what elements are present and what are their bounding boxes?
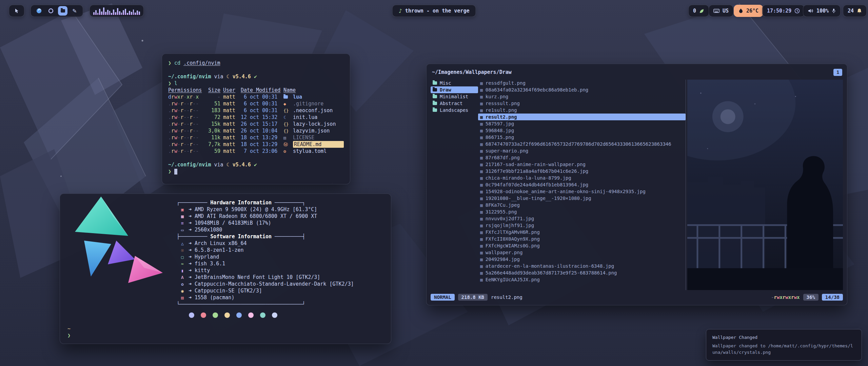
image-icon [480, 155, 483, 160]
file-item[interactable]: 20492984.jpg [478, 256, 686, 263]
col-user: User [223, 87, 238, 94]
file-item[interactable]: 8FKa7Cu.jpeg [478, 202, 686, 208]
info-line: △➜Arch Linux x86_64 [177, 240, 354, 247]
image-icon [480, 128, 483, 133]
flame-icon [738, 8, 743, 14]
software-section-header: ├───────── Software Information ────────… [177, 233, 354, 240]
file-item[interactable]: 154928-odinokoe_anime-art-anime-okno-sin… [478, 188, 686, 195]
info-text: 1558 (pacman) [195, 294, 234, 301]
directory-item[interactable]: Abstract [431, 100, 478, 107]
file-item[interactable]: 68747470733a2f2f696d616765732d7769786d70… [478, 141, 686, 147]
file-item[interactable]: FXfcII0X0AQyn9X.png [478, 236, 686, 242]
file-type-icon: ◆ [283, 101, 286, 106]
temperature-widget[interactable]: 26°C [734, 5, 763, 17]
info-icon: ▦ [179, 213, 185, 220]
visualizer-bar [111, 13, 112, 15]
music-title: thrown - on the verge [405, 8, 470, 14]
file-item[interactable]: 0c794faf07de24a4db4d4fb1eb813964.jpg [478, 181, 686, 188]
tab-indicator[interactable]: 1 [833, 69, 842, 76]
file-size: 7,7k [205, 141, 220, 148]
ls-file-row: .rw-r--r-- 15k matt 26 oct 15:17 {} lazy… [168, 121, 344, 127]
file-item[interactable]: chica-mirando-la-luna-8799.jpg [478, 175, 686, 181]
visualizer-bar [105, 12, 106, 15]
image-icon [480, 101, 483, 106]
info-line: ▣➜AMD Ryzen 9 5900X (24) @ 4.9GHz [61.3°… [177, 206, 354, 213]
launcher-button[interactable] [9, 5, 24, 17]
image-preview-pane [686, 80, 843, 290]
workspace-browser[interactable] [34, 6, 44, 16]
file-item[interactable]: EeNKYgIUcAAJ5JX.png [478, 276, 686, 283]
file-item[interactable]: 87r687df.png [478, 154, 686, 161]
file-date: 18 oct 13:29 [241, 134, 281, 141]
file-item[interactable]: super-mario.png [478, 147, 686, 154]
file-name: 87r687df.png [486, 155, 520, 160]
file-manager-body: Misc Draw Minimalist Abstract [431, 80, 843, 290]
volume-widget[interactable]: 100% [803, 5, 841, 17]
updates-widget[interactable]: 0 [688, 5, 709, 17]
file-item[interactable]: atardecer-en-la-montanas-ilustracion-634… [478, 263, 686, 269]
info-icon: ≡ [179, 220, 185, 227]
file-item[interactable]: 866715.png [478, 134, 686, 141]
file-item[interactable]: 3126f7e9bbf21a8a4af0b67b041c6e26.jpg [478, 168, 686, 175]
file-manager-window: ~/Imagenes/Wallpapers/Draw 1 Misc Draw [426, 64, 847, 305]
file-item[interactable]: nnvuv0xj2df71.jpg [478, 215, 686, 222]
directory-item[interactable]: Misc [431, 80, 478, 86]
file-name: chica-mirando-la-luna-8799.jpg [486, 175, 571, 181]
info-icon: A [179, 274, 185, 281]
visualizer-bar [101, 12, 102, 15]
file-item[interactable]: 587597.jpg [478, 120, 686, 127]
file-item[interactable]: 217167-sad-anime-rain-wallpaper.png [478, 161, 686, 168]
notification-popup[interactable]: Wallpaper Changed Wallpaper changed to /… [706, 329, 862, 361]
file-name: lazy-lock.json [293, 121, 344, 127]
keyboard-layout-widget[interactable]: US [709, 5, 733, 17]
file-item[interactable]: 19201080-__blue-tinge__-1920×1080.jpg [478, 195, 686, 202]
text-cursor [174, 169, 177, 175]
directory-item[interactable]: Minimalist [431, 93, 478, 100]
file-size: 59 [205, 148, 220, 155]
file-size: 51 [205, 100, 220, 107]
file-item[interactable]: wallpaper.png [478, 249, 686, 256]
file-item[interactable]: rsjqojlmjhf91.jpg [478, 222, 686, 229]
workspace-paint[interactable]: ✎ [70, 6, 79, 16]
clock-widget[interactable]: 17:50:29 [762, 5, 805, 17]
info-text: Catppuccin-SE [GTK2/3] [195, 287, 262, 294]
palette-dot [224, 312, 230, 318]
music-widget[interactable]: ♪ thrown - on the verge [392, 5, 476, 17]
file-item[interactable]: 08a634fa02a32364f69ebc86a98eb1eb.png [478, 86, 686, 93]
workspace-chat[interactable] [46, 6, 56, 16]
image-icon [480, 230, 483, 235]
palette-dot [213, 312, 218, 318]
file-item[interactable]: 3122955.png [478, 208, 686, 215]
notification-title: Wallpaper Changed [712, 334, 855, 341]
image-icon [480, 237, 483, 242]
directory-item[interactable]: Landscapes [431, 107, 478, 114]
file-item[interactable]: result2.png [478, 114, 686, 120]
prompt-icon: ❯ [168, 80, 171, 86]
file-item[interactable]: FXfcHgcWIAMzs0G.png [478, 242, 686, 249]
file-item[interactable]: ressdfgult.png [478, 80, 686, 86]
file-item[interactable]: 5a266e448add93deab367d87173e9f25-6837886… [478, 269, 686, 276]
breadcrumb-path: ~/Imagenes/Wallpapers/Draw [432, 69, 512, 75]
file-type-icon: ☾ [283, 115, 286, 120]
workspace-files[interactable] [58, 6, 67, 16]
info-text: 10948MiB / 64183MiB (17%) [195, 220, 271, 226]
arrow-icon: ➜ [189, 260, 192, 267]
directory-pane: Misc Draw Minimalist Abstract [431, 80, 478, 290]
notifications-widget[interactable]: 24 [843, 5, 867, 17]
directory-name: Minimalist [440, 94, 468, 99]
file-item[interactable]: kurz.png [478, 93, 686, 100]
directory-name: Abstract [440, 101, 462, 106]
visualizer-bar [117, 8, 118, 15]
info-text: JetBrainsMono Nerd Font Light 10 [GTK2/3… [195, 274, 320, 281]
file-item[interactable]: 596848.jpg [478, 127, 686, 134]
palette-dot [189, 312, 194, 318]
file-item[interactable]: resssult.png [478, 100, 686, 107]
image-icon [480, 223, 483, 228]
file-item[interactable]: re1sult.png [478, 107, 686, 114]
cwd-path: ~/.config/nvim [168, 162, 211, 168]
visualizer-bar [135, 13, 136, 15]
file-name: 8FKa7Cu.jpeg [486, 202, 520, 208]
directory-item[interactable]: Draw [431, 86, 478, 93]
info-text: 6.5.8-zen1-1-zen [195, 247, 244, 253]
file-item[interactable]: FXfcJlTXgAMvH6R.png [478, 229, 686, 236]
